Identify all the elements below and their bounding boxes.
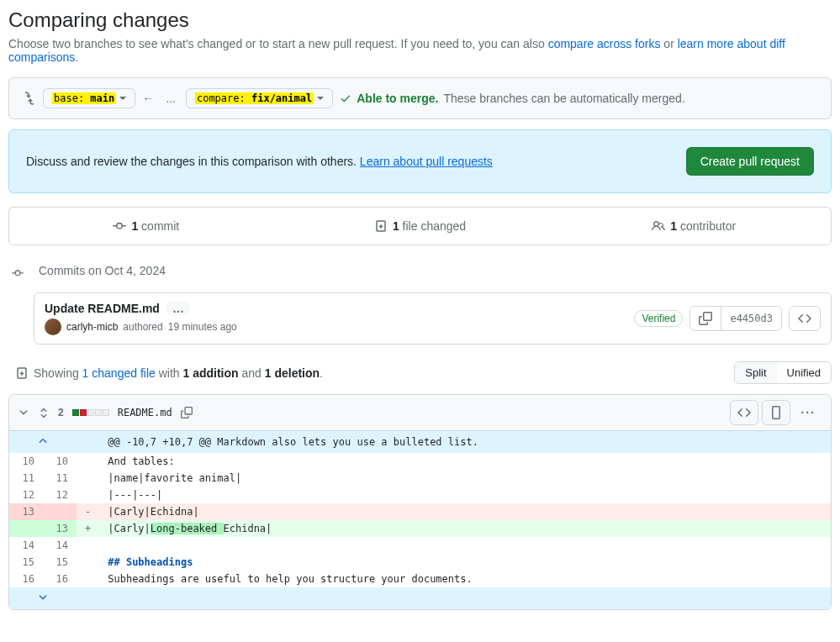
diff-line: 13+|Carly|Long-beaked Echidna| xyxy=(9,520,831,537)
diff-line: 1414 xyxy=(9,537,831,554)
chevron-down-icon xyxy=(317,97,324,100)
commits-date-header: Commits on Oct 4, 2024 xyxy=(39,264,166,282)
compare-bar: base: main ← ... compare: fix/animal Abl… xyxy=(8,77,832,119)
chevron-down-icon xyxy=(119,97,126,100)
create-pull-request-button[interactable]: Create pull request xyxy=(686,147,814,176)
diff-line: 1010 And tables: xyxy=(9,453,831,470)
commit-dot-icon xyxy=(8,264,27,282)
summary-commits[interactable]: 1 commit xyxy=(9,208,283,245)
commit-title-link[interactable]: Update README.md xyxy=(45,302,160,315)
diff-table: @@ -10,7 +10,7 @@ Markdown also lets you… xyxy=(9,431,831,609)
diff-line: 1111 |name|favorite animal| xyxy=(9,470,831,487)
commit-sha[interactable]: e4450d3 xyxy=(721,307,781,330)
check-icon xyxy=(340,92,351,104)
diff-more-button[interactable]: ··· xyxy=(794,401,822,424)
expand-down-button[interactable] xyxy=(9,587,77,609)
merge-status: Able to merge. These branches can be aut… xyxy=(340,92,684,105)
diff-filename[interactable]: README.md xyxy=(118,407,172,418)
source-view-button[interactable] xyxy=(730,400,758,425)
avatar[interactable] xyxy=(45,318,61,335)
base-branch-button[interactable]: base: main xyxy=(43,88,135,108)
commit-more-button[interactable]: … xyxy=(166,302,190,315)
rendered-view-button[interactable] xyxy=(762,400,790,425)
compare-across-forks-link[interactable]: compare across forks xyxy=(548,37,661,50)
copy-path-icon[interactable] xyxy=(181,407,193,418)
file-diff-icon xyxy=(15,366,29,380)
commit-author[interactable]: carlyh-micb xyxy=(66,321,118,333)
changed-files-link[interactable]: 1 changed file xyxy=(82,366,156,380)
changes-summary: Showing 1 changed file with 1 addition a… xyxy=(15,366,323,380)
hunk-header: @@ -10,7 +10,7 @@ Markdown also lets you… xyxy=(99,431,831,453)
page-title: Comparing changes xyxy=(8,8,832,32)
summary-bar: 1 commit 1 file changed 1 contributor xyxy=(8,207,832,245)
people-icon xyxy=(652,219,665,233)
commit-icon xyxy=(113,219,126,233)
diff-stat: 2 xyxy=(58,407,64,418)
browse-code-button[interactable] xyxy=(790,307,820,330)
diff-view-toggle[interactable]: Split Unified xyxy=(734,361,832,384)
unified-view-button[interactable]: Unified xyxy=(777,362,831,383)
commit-time: 19 minutes ago xyxy=(168,321,237,333)
diff-blocks xyxy=(72,409,109,416)
learn-pull-requests-link[interactable]: Learn about pull requests xyxy=(360,155,493,168)
expand-up-button[interactable] xyxy=(9,431,77,453)
verified-badge[interactable]: Verified xyxy=(634,310,683,327)
commit-row: Update README.md … carlyh-micb authored … xyxy=(34,292,832,345)
split-view-button[interactable]: Split xyxy=(735,362,776,383)
diff-line: 1212 |---|---| xyxy=(9,487,831,503)
git-compare-icon xyxy=(23,92,36,105)
compare-branch-button[interactable]: compare: fix/animal xyxy=(186,88,333,108)
ellipsis-button[interactable]: ... xyxy=(162,92,179,105)
discuss-panel: Discuss and review the changes in this c… xyxy=(8,129,832,193)
chevron-down-icon[interactable] xyxy=(18,407,29,418)
file-diff-icon xyxy=(374,219,388,233)
expand-all-icon[interactable] xyxy=(38,407,50,418)
page-subtitle: Choose two branches to see what's change… xyxy=(8,37,832,64)
diff-line: 1616 Subheadings are useful to help you … xyxy=(9,571,831,587)
diff-line: 1515 ## Subheadings xyxy=(9,554,831,571)
copy-sha-button[interactable] xyxy=(690,307,721,330)
arrow-left-icon: ← xyxy=(142,92,156,105)
summary-contributors[interactable]: 1 contributor xyxy=(557,208,831,245)
diff-line: 13-|Carly|Echidna| xyxy=(9,503,831,520)
diff-file: 2 README.md ··· @@ -10,7 +10,7 @@ Markdo… xyxy=(8,394,832,610)
summary-files[interactable]: 1 file changed xyxy=(283,208,557,245)
